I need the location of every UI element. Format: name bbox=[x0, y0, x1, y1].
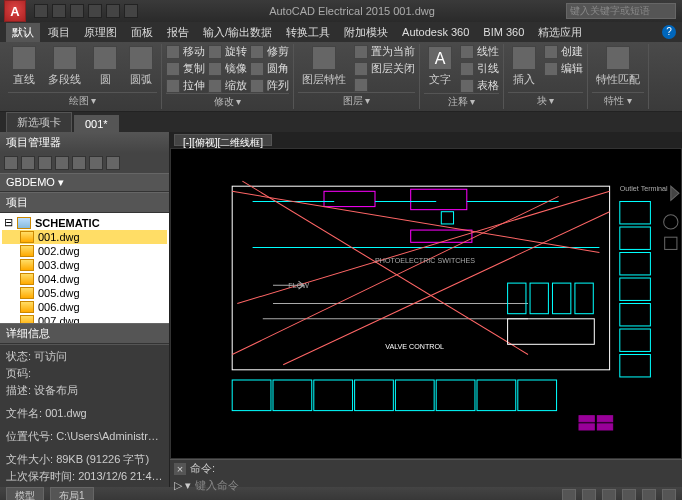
tree-file[interactable]: 004.dwg bbox=[2, 272, 167, 286]
line-button[interactable]: 直线 bbox=[8, 44, 40, 89]
pm-new-icon[interactable] bbox=[4, 156, 18, 170]
pm-tool2-icon[interactable] bbox=[89, 156, 103, 170]
panel-block-label[interactable]: 块 ▾ bbox=[508, 92, 583, 109]
copy-button[interactable]: 复制镜像圆角 bbox=[166, 61, 289, 76]
svg-rect-29 bbox=[436, 380, 475, 411]
stretch-button[interactable]: 拉伸缩放阵列 bbox=[166, 78, 289, 93]
status-grid-icon[interactable] bbox=[562, 489, 576, 500]
model-tab[interactable]: 模型 bbox=[6, 487, 44, 500]
pm-up-icon[interactable] bbox=[55, 156, 69, 170]
tree-file[interactable]: 007.dwg bbox=[2, 314, 167, 323]
move-icon bbox=[166, 45, 180, 59]
linear-icon bbox=[460, 45, 474, 59]
tab-panel[interactable]: 面板 bbox=[125, 23, 159, 42]
cli-close-icon[interactable]: × bbox=[174, 463, 186, 475]
qa-undo-icon[interactable] bbox=[88, 4, 102, 18]
panel-draw-label[interactable]: 绘图 ▾ bbox=[8, 92, 157, 109]
tab-convert[interactable]: 转换工具 bbox=[280, 23, 336, 42]
panel-annot-label[interactable]: 注释 ▾ bbox=[424, 93, 499, 110]
doc-tab-start[interactable]: 新选项卡 bbox=[6, 112, 72, 132]
svg-rect-22 bbox=[508, 319, 595, 345]
tab-project[interactable]: 项目 bbox=[42, 23, 76, 42]
circle-button[interactable]: 圆 bbox=[89, 44, 121, 89]
qa-open-icon[interactable] bbox=[52, 4, 66, 18]
dwg-icon bbox=[20, 231, 34, 243]
project-tree[interactable]: ⊟SCHEMATIC 001.dwg 002.dwg 003.dwg 004.d… bbox=[0, 213, 169, 323]
qa-redo-icon[interactable] bbox=[106, 4, 120, 18]
tree-file[interactable]: 003.dwg bbox=[2, 258, 167, 272]
panel-modify-label[interactable]: 修改 ▾ bbox=[166, 93, 289, 110]
tab-bim360[interactable]: BIM 360 bbox=[477, 24, 530, 40]
folder-icon bbox=[17, 217, 31, 229]
tab-report[interactable]: 报告 bbox=[161, 23, 195, 42]
layerclose-icon bbox=[354, 62, 368, 76]
status-lwt-icon[interactable] bbox=[662, 489, 676, 500]
tree-file[interactable]: 005.dwg bbox=[2, 286, 167, 300]
svg-rect-4 bbox=[411, 230, 472, 242]
move-button[interactable]: 移动旋转修剪 bbox=[166, 44, 289, 59]
app-icon[interactable]: A bbox=[4, 0, 26, 22]
text-button[interactable]: A文字 bbox=[424, 44, 456, 93]
tree-file[interactable]: 002.dwg bbox=[2, 244, 167, 258]
blk-edit-button[interactable]: 编辑 bbox=[544, 61, 583, 76]
tree-file[interactable]: 001.dwg bbox=[2, 230, 167, 244]
qa-print-icon[interactable] bbox=[124, 4, 138, 18]
pm-tool1-icon[interactable] bbox=[72, 156, 86, 170]
viewport-label[interactable]: [-][俯视][二维线框] bbox=[174, 134, 272, 146]
tab-io[interactable]: 输入/输出数据 bbox=[197, 23, 278, 42]
copy-icon bbox=[166, 62, 180, 76]
svg-rect-19 bbox=[530, 283, 548, 314]
panel-props-label[interactable]: 特性 ▾ bbox=[592, 92, 644, 109]
status-snap-icon[interactable] bbox=[582, 489, 596, 500]
svg-rect-21 bbox=[575, 283, 593, 314]
polyline-button[interactable]: 多段线 bbox=[44, 44, 85, 89]
svg-rect-24 bbox=[232, 380, 271, 411]
leader-icon bbox=[460, 62, 474, 76]
blkcreate-icon bbox=[544, 45, 558, 59]
svg-rect-35 bbox=[620, 253, 651, 275]
tree-file[interactable]: 006.dwg bbox=[2, 300, 167, 314]
qa-new-icon[interactable] bbox=[34, 4, 48, 18]
svg-rect-18 bbox=[508, 283, 526, 314]
tab-featured[interactable]: 精选应用 bbox=[532, 23, 588, 42]
matchprops-button[interactable]: 特性匹配 bbox=[592, 44, 644, 89]
arc-button[interactable]: 圆弧 bbox=[125, 44, 157, 89]
pm-refresh-icon[interactable] bbox=[38, 156, 52, 170]
insert-button[interactable]: 插入 bbox=[508, 44, 540, 89]
project-combo[interactable]: GBDEMO ▾ bbox=[0, 173, 169, 192]
cli-input[interactable]: 键入命令 bbox=[195, 478, 239, 493]
svg-rect-41 bbox=[597, 416, 612, 422]
pm-open-icon[interactable] bbox=[21, 156, 35, 170]
status-polar-icon[interactable] bbox=[622, 489, 636, 500]
dwg-icon bbox=[20, 259, 34, 271]
layer-setcurrent-button[interactable]: 置为当前 bbox=[354, 44, 415, 59]
panel-layers-label[interactable]: 图层 ▾ bbox=[298, 92, 415, 109]
drawing-content: PHOTOELECTRIC SWITCHES FLOW VALVE CONTRO… bbox=[171, 149, 681, 458]
layer-close-button[interactable]: 图层关闭 bbox=[354, 61, 415, 76]
rotate-icon bbox=[208, 45, 222, 59]
pm-tool3-icon[interactable] bbox=[106, 156, 120, 170]
blk-create-button[interactable]: 创建 bbox=[544, 44, 583, 59]
command-line[interactable]: ×命令: ▷ ▾键入命令 bbox=[170, 459, 682, 487]
layer-more-button[interactable] bbox=[354, 78, 415, 92]
svg-marker-44 bbox=[671, 186, 679, 200]
tab-a360[interactable]: Autodesk 360 bbox=[396, 24, 475, 40]
doc-tab-001[interactable]: 001* bbox=[74, 115, 119, 132]
leader-button[interactable]: 引线 bbox=[460, 61, 499, 76]
table-button[interactable]: 表格 bbox=[460, 78, 499, 93]
qa-save-icon[interactable] bbox=[70, 4, 84, 18]
tree-folder[interactable]: ⊟SCHEMATIC bbox=[2, 215, 167, 230]
help-search-input[interactable]: 键入关键字或短语 bbox=[566, 3, 676, 19]
tab-schematic[interactable]: 原理图 bbox=[78, 23, 123, 42]
tab-default[interactable]: 默认 bbox=[6, 23, 40, 42]
tab-addon[interactable]: 附加模块 bbox=[338, 23, 394, 42]
status-osnap-icon[interactable] bbox=[642, 489, 656, 500]
circle-icon bbox=[93, 46, 117, 70]
help-icon[interactable]: ? bbox=[662, 25, 676, 39]
status-ortho-icon[interactable] bbox=[602, 489, 616, 500]
linear-button[interactable]: 线性 bbox=[460, 44, 499, 59]
layout1-tab[interactable]: 布局1 bbox=[50, 487, 94, 500]
layerprops-button[interactable]: 图层特性 bbox=[298, 44, 350, 92]
drawing-canvas[interactable]: PHOTOELECTRIC SWITCHES FLOW VALVE CONTRO… bbox=[170, 148, 682, 459]
svg-rect-36 bbox=[620, 278, 651, 300]
